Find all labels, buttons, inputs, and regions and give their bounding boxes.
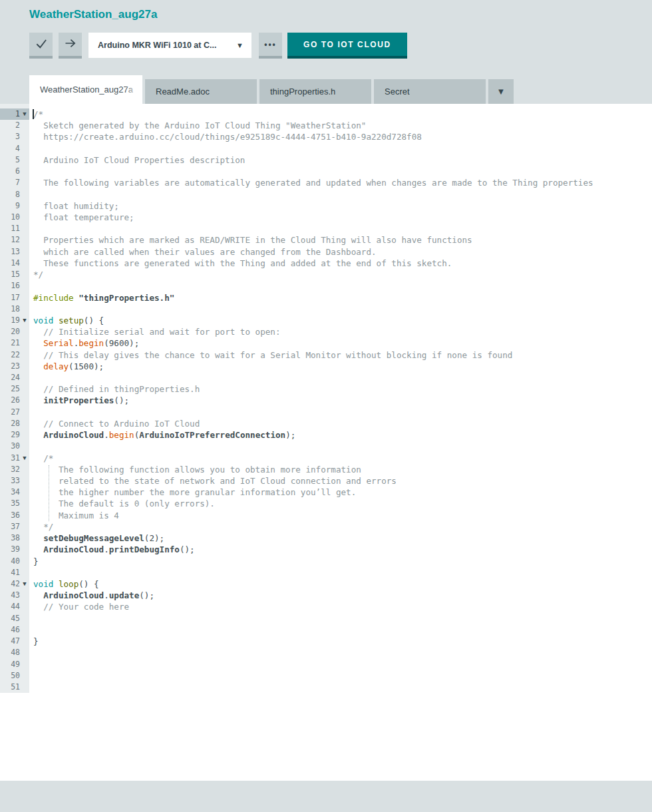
code-line[interactable]: ArduinoCloud.begin(ArduinoIoTPreferredCo… — [33, 429, 652, 441]
board-selector-dropdown[interactable]: Arduino MKR WiFi 1010 at C... ▼ — [88, 33, 251, 58]
code-line[interactable]: Maximum is 4 — [33, 510, 652, 521]
code-line[interactable] — [33, 280, 652, 292]
code-token: () { — [79, 579, 98, 589]
verify-button[interactable] — [29, 33, 53, 59]
code-line[interactable] — [33, 659, 652, 670]
code-line[interactable]: related to the state of network and IoT … — [33, 475, 652, 487]
code-line[interactable]: setDebugMessageLevel(2); — [33, 532, 652, 544]
line-number: 37 — [0, 521, 20, 532]
more-options-button[interactable]: ••• — [259, 33, 282, 59]
code-line[interactable]: void loop() { — [33, 578, 652, 590]
line-number: 13 — [0, 246, 20, 258]
code-line[interactable]: Serial.begin(9600); — [33, 337, 652, 349]
code-token: (); — [114, 395, 129, 405]
code-line[interactable] — [33, 143, 652, 154]
line-number: 42 — [0, 578, 20, 590]
code-line[interactable] — [33, 647, 652, 658]
code-line[interactable]: */ — [33, 521, 652, 532]
fold-spacer — [20, 246, 29, 258]
fold-spacer — [20, 372, 29, 383]
code-line[interactable] — [33, 166, 652, 177]
fold-arrow-icon[interactable]: ▼ — [20, 453, 29, 464]
fold-arrow-icon[interactable]: ▼ — [20, 578, 29, 590]
gutter-row: 21 — [0, 337, 29, 349]
code-line[interactable]: The following variables are automaticall… — [33, 177, 652, 188]
fold-spacer — [20, 659, 29, 670]
gutter-row: 23 — [0, 361, 29, 372]
code-line[interactable] — [33, 407, 652, 418]
code-line[interactable]: These functions are generated with the T… — [33, 258, 652, 269]
code-line[interactable]: /* — [33, 453, 652, 464]
code-line[interactable]: delay(1500); — [33, 361, 652, 372]
code-line[interactable]: // This delay gives the chance to wait f… — [33, 349, 652, 361]
code-line[interactable] — [33, 304, 652, 315]
code-token: which are called when their values are c… — [33, 247, 377, 257]
code-line[interactable]: which are called when their values are c… — [33, 246, 652, 258]
fold-arrow-icon[interactable]: ▼ — [20, 108, 29, 120]
fold-arrow-icon[interactable]: ▼ — [20, 315, 29, 326]
code-line[interactable]: ArduinoCloud.update(); — [33, 590, 652, 601]
code-line[interactable]: Arduino IoT Cloud Properties description — [33, 154, 652, 166]
code-line[interactable]: // Your code here — [33, 601, 652, 612]
code-line[interactable]: ArduinoCloud.printDebugInfo(); — [33, 544, 652, 555]
fold-spacer — [20, 143, 29, 154]
code-line[interactable]: // Defined in thingProperties.h — [33, 383, 652, 395]
fold-spacer — [20, 475, 29, 487]
fold-spacer — [20, 601, 29, 612]
code-line[interactable]: initProperties(); — [33, 395, 652, 406]
gutter-row: 43 — [0, 590, 29, 601]
fold-spacer — [20, 383, 29, 395]
code-line[interactable]: } — [33, 556, 652, 567]
code-line[interactable]: The following function allows you to obt… — [33, 464, 652, 475]
code-area[interactable]: /* Sketch generated by the Arduino IoT C… — [29, 104, 652, 781]
fold-spacer — [20, 464, 29, 475]
code-line[interactable]: } — [33, 636, 652, 647]
tab-label: Secret — [385, 87, 410, 97]
go-to-iot-cloud-button[interactable]: GO TO IOT CLOUD — [287, 33, 407, 59]
code-line[interactable]: #include "thingProperties.h" — [33, 292, 652, 304]
code-line[interactable]: */ — [33, 269, 652, 280]
code-editor[interactable]: 1▼2345678910111213141516171819▼202122232… — [0, 104, 652, 781]
line-number: 23 — [0, 361, 20, 372]
line-number: 24 — [0, 372, 20, 383]
code-line[interactable] — [33, 682, 652, 693]
gutter-row: 8 — [0, 189, 29, 200]
code-line[interactable]: // Connect to Arduino IoT Cloud — [33, 418, 652, 429]
code-line[interactable]: https://create.arduino.cc/cloud/things/e… — [33, 131, 652, 142]
code-token — [33, 602, 43, 612]
code-line[interactable]: void setup() { — [33, 315, 652, 326]
code-line[interactable] — [33, 189, 652, 200]
code-line[interactable]: /* — [33, 108, 652, 120]
tab-thingproperties-h[interactable]: thingProperties.h — [259, 79, 371, 104]
gutter-row: 32 — [0, 464, 29, 475]
code-line[interactable] — [33, 372, 652, 383]
fold-spacer — [20, 590, 29, 601]
code-token: ); — [285, 430, 295, 440]
line-number: 50 — [0, 670, 20, 682]
tab-secret[interactable]: Secret — [374, 79, 486, 104]
tabs-overflow-button[interactable]: ▼ — [488, 79, 514, 104]
fold-spacer — [20, 234, 29, 246]
code-line[interactable] — [33, 670, 652, 682]
fold-spacer — [20, 613, 29, 624]
code-token: // Initialize serial and wait for port t… — [43, 327, 280, 337]
tab-weatherstation-aug27a[interactable]: WeatherStation_aug27a — [29, 75, 142, 104]
gutter-row: 50 — [0, 670, 29, 682]
code-line[interactable] — [33, 567, 652, 578]
code-line[interactable]: The default is 0 (only errors). — [33, 498, 652, 509]
tab-readme-adoc[interactable]: ReadMe.adoc — [145, 79, 257, 104]
code-line[interactable]: Properties which are marked as READ/WRIT… — [33, 234, 652, 246]
code-token: the higher number the more granular info… — [33, 487, 356, 497]
code-line[interactable] — [33, 613, 652, 624]
gutter-row: 44 — [0, 601, 29, 612]
upload-button[interactable] — [59, 33, 82, 59]
code-line[interactable]: Sketch generated by the Arduino IoT Clou… — [33, 120, 652, 131]
code-line[interactable]: the higher number the more granular info… — [33, 487, 652, 498]
code-line[interactable]: float humidity; — [33, 200, 652, 212]
code-line[interactable] — [33, 441, 652, 452]
code-line[interactable]: float temperature; — [33, 212, 652, 223]
code-token — [33, 384, 43, 394]
code-line[interactable] — [33, 223, 652, 234]
code-line[interactable]: // Initialize serial and wait for port t… — [33, 326, 652, 337]
code-line[interactable] — [33, 624, 652, 636]
